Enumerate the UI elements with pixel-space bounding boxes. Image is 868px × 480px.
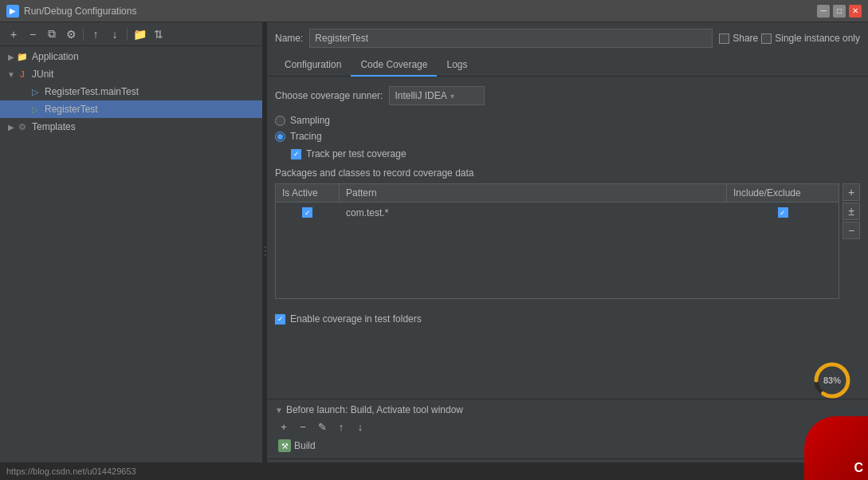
- single-instance-checkbox[interactable]: [761, 33, 772, 44]
- share-checkbox-label[interactable]: Share: [719, 33, 758, 44]
- app-icon: ▶: [6, 5, 19, 18]
- maximize-button[interactable]: □: [833, 5, 846, 18]
- tab-code-coverage[interactable]: Code Coverage: [351, 54, 437, 77]
- runner-row: Choose coverage runner: IntelliJ IDEA ▾: [275, 86, 860, 105]
- tree-item-registertest-maintest[interactable]: ▷ RegisterTest.mainTest: [0, 83, 262, 100]
- share-row: Share Single instance only: [719, 33, 860, 44]
- tree-label-junit: JUnit: [32, 69, 53, 80]
- junit-icon: J: [16, 68, 29, 81]
- col-header-is-active: Is Active: [276, 184, 340, 202]
- tracing-radio[interactable]: [275, 132, 285, 142]
- coverage-table: Is Active Pattern Include/Exclude ✓ com.…: [275, 183, 839, 299]
- move-up-button[interactable]: ↑: [87, 26, 104, 43]
- packages-label: Packages and classes to record coverage …: [275, 167, 860, 179]
- track-per-test-checkbox[interactable]: ✓: [291, 149, 301, 159]
- share-label: Share: [732, 33, 758, 44]
- add-pattern-button[interactable]: ±: [842, 203, 860, 220]
- bl-remove-button[interactable]: −: [294, 419, 312, 435]
- cell-pattern: com.test.*: [340, 206, 727, 220]
- url-text: https://blog.csdn.net/u014429653: [6, 466, 136, 476]
- coverage-table-body: ✓ com.test.* ✓: [276, 203, 839, 298]
- right-panel: Name: Share Single instance only Configu…: [267, 22, 868, 480]
- single-instance-checkbox-label[interactable]: Single instance only: [761, 33, 860, 44]
- url-bar: https://blog.csdn.net/u014429653: [0, 462, 868, 480]
- sampling-radio-row: Sampling: [275, 115, 860, 126]
- include-exclude-checkbox[interactable]: ✓: [778, 207, 788, 218]
- tree-item-templates[interactable]: ▶ ⚙ Templates: [0, 118, 262, 136]
- tree-arrow-application: ▶: [6, 52, 16, 61]
- csdn-logo: C: [854, 461, 863, 475]
- runner-select-value: IntelliJ IDEA: [395, 90, 446, 101]
- table-row[interactable]: ✓ com.test.* ✓: [276, 203, 839, 223]
- col-header-pattern: Pattern: [340, 184, 727, 202]
- tab-logs[interactable]: Logs: [437, 54, 477, 77]
- settings-button[interactable]: ⚙: [62, 26, 80, 43]
- tabs: Configuration Code Coverage Logs: [267, 54, 868, 77]
- tree-label-registertest-maintest: RegisterTest.mainTest: [45, 86, 139, 97]
- folder-button[interactable]: 📁: [131, 26, 148, 43]
- build-item: ⚒ Build: [275, 438, 860, 454]
- before-launch-title: Before launch: Build, Activate tool wind…: [286, 404, 463, 415]
- bl-edit-button[interactable]: ✎: [313, 419, 331, 435]
- title-bar-title: Run/Debug Configurations: [24, 6, 817, 17]
- track-per-test-row: ✓ Track per test coverage: [291, 148, 860, 159]
- before-launch-header: ▼ Before launch: Build, Activate tool wi…: [275, 404, 860, 415]
- tree-arrow-junit: ▼: [6, 69, 16, 79]
- name-input[interactable]: [309, 29, 713, 48]
- before-launch-arrow-icon: ▼: [275, 406, 283, 415]
- add-config-button[interactable]: +: [5, 26, 22, 43]
- coverage-table-wrapper: Is Active Pattern Include/Exclude ✓ com.…: [275, 183, 839, 305]
- content-area: Choose coverage runner: IntelliJ IDEA ▾ …: [267, 77, 868, 399]
- progress-label: 83%: [823, 376, 841, 385]
- bl-add-button[interactable]: +: [275, 419, 293, 435]
- close-button[interactable]: ✕: [849, 5, 862, 18]
- bl-up-button[interactable]: ↑: [332, 419, 350, 435]
- add-entry-button[interactable]: +: [842, 183, 860, 201]
- tree-arrow-templates: ▶: [6, 122, 16, 132]
- left-toolbar: + − ⧉ ⚙ ↑ ↓ 📁 ⇅: [0, 22, 262, 46]
- title-bar: ▶ Run/Debug Configurations ─ □ ✕: [0, 0, 868, 22]
- enable-coverage-row: ✓ Enable coverage in test folders: [275, 313, 860, 325]
- tracing-label: Tracing: [290, 131, 322, 142]
- tab-configuration[interactable]: Configuration: [275, 54, 351, 77]
- runner-select[interactable]: IntelliJ IDEA ▾: [389, 86, 485, 105]
- tree-label-registertest: RegisterTest: [45, 104, 98, 115]
- enable-coverage-label: Enable coverage in test folders: [290, 313, 422, 325]
- coverage-table-header: Is Active Pattern Include/Exclude: [276, 184, 839, 203]
- sampling-radio[interactable]: [275, 116, 285, 126]
- copy-config-button[interactable]: ⧉: [43, 26, 61, 43]
- name-row: Name: Share Single instance only: [267, 22, 868, 54]
- single-instance-label: Single instance only: [775, 33, 860, 44]
- table-side-buttons: + ± −: [842, 183, 860, 305]
- sampling-label: Sampling: [290, 115, 330, 126]
- enable-coverage-checkbox[interactable]: ✓: [275, 314, 285, 325]
- tree-item-junit[interactable]: ▼ J JUnit: [0, 65, 262, 83]
- tree-item-registertest[interactable]: ▷ RegisterTest: [0, 100, 262, 118]
- remove-config-button[interactable]: −: [24, 26, 41, 43]
- cell-is-active: ✓: [276, 206, 340, 219]
- tree-item-application[interactable]: ▶ 📁 Application: [0, 48, 262, 65]
- tree-label-application: Application: [32, 51, 79, 62]
- tree-arrow-spacer-2: [19, 104, 29, 114]
- sort-button[interactable]: ⇅: [150, 26, 167, 43]
- row-active-checkbox[interactable]: ✓: [302, 207, 312, 218]
- col-header-include-exclude: Include/Exclude: [727, 184, 839, 202]
- config-icon-maintest: ▷: [29, 85, 41, 98]
- before-launch-toolbar: + − ✎ ↑ ↓: [275, 419, 860, 435]
- bl-down-button[interactable]: ↓: [352, 419, 369, 435]
- config-icon-registertest: ▷: [29, 103, 41, 116]
- minimize-button[interactable]: ─: [817, 5, 830, 18]
- chevron-down-icon: ▾: [450, 92, 454, 100]
- move-down-button[interactable]: ↓: [106, 26, 124, 43]
- main-container: + − ⧉ ⚙ ↑ ↓ 📁 ⇅ ▶ 📁 Application ▼ J: [0, 22, 868, 480]
- remove-entry-button[interactable]: −: [842, 222, 860, 239]
- toolbar-separator-2: [127, 28, 128, 41]
- runner-label: Choose coverage runner:: [275, 90, 383, 101]
- folder-icon: 📁: [16, 50, 29, 63]
- share-checkbox[interactable]: [719, 33, 729, 44]
- coverage-table-section: Is Active Pattern Include/Exclude ✓ com.…: [275, 183, 860, 305]
- config-tree: ▶ 📁 Application ▼ J JUnit ▷ RegisterTest…: [0, 46, 262, 480]
- before-launch-section: ▼ Before launch: Build, Activate tool wi…: [267, 399, 868, 458]
- resize-dots: [265, 246, 266, 256]
- toolbar-separator: [83, 28, 84, 41]
